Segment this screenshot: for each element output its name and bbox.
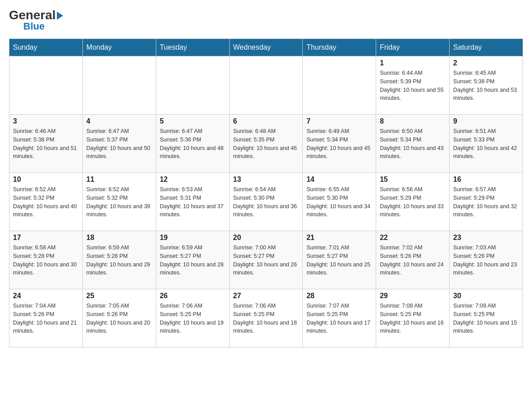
day-info: Sunrise: 7:06 AMSunset: 5:25 PMDaylight:…	[160, 302, 226, 335]
day-number: 14	[306, 176, 372, 184]
calendar-week-5: 24Sunrise: 7:04 AMSunset: 5:26 PMDayligh…	[9, 289, 523, 347]
day-info: Sunrise: 6:52 AMSunset: 5:32 PMDaylight:…	[86, 185, 152, 219]
day-number: 3	[13, 117, 79, 125]
day-number: 10	[13, 176, 79, 184]
day-number: 9	[453, 117, 519, 125]
calendar-cell: 24Sunrise: 7:04 AMSunset: 5:26 PMDayligh…	[9, 289, 83, 347]
day-info: Sunrise: 6:50 AMSunset: 5:34 PMDaylight:…	[380, 127, 446, 161]
day-info: Sunrise: 6:48 AMSunset: 5:35 PMDaylight:…	[233, 127, 299, 161]
calendar-week-4: 17Sunrise: 6:58 AMSunset: 5:28 PMDayligh…	[9, 231, 523, 289]
day-info: Sunrise: 7:01 AMSunset: 5:27 PMDaylight:…	[306, 244, 372, 277]
day-info: Sunrise: 6:52 AMSunset: 5:32 PMDaylight:…	[13, 185, 79, 219]
day-number: 24	[13, 292, 79, 300]
calendar-cell: 9Sunrise: 6:51 AMSunset: 5:33 PMDaylight…	[450, 115, 523, 173]
calendar-cell: 30Sunrise: 7:09 AMSunset: 5:25 PMDayligh…	[450, 289, 523, 347]
day-number: 20	[233, 234, 299, 242]
calendar-cell: 29Sunrise: 7:08 AMSunset: 5:25 PMDayligh…	[376, 289, 450, 347]
day-number: 7	[306, 117, 372, 125]
calendar-cell: 3Sunrise: 6:46 AMSunset: 5:38 PMDaylight…	[9, 115, 83, 173]
calendar-cell: 25Sunrise: 7:05 AMSunset: 5:26 PMDayligh…	[82, 289, 156, 347]
calendar-cell: 7Sunrise: 6:49 AMSunset: 5:34 PMDaylight…	[303, 115, 376, 173]
day-info: Sunrise: 7:00 AMSunset: 5:27 PMDaylight:…	[233, 244, 299, 277]
day-number: 17	[13, 234, 79, 242]
day-number: 29	[380, 292, 446, 300]
day-info: Sunrise: 7:09 AMSunset: 5:25 PMDaylight:…	[453, 302, 519, 335]
day-number: 6	[233, 117, 299, 125]
day-info: Sunrise: 6:47 AMSunset: 5:37 PMDaylight:…	[86, 127, 152, 161]
page-header: General Blue	[9, 9, 523, 31]
calendar-week-2: 3Sunrise: 6:46 AMSunset: 5:38 PMDaylight…	[9, 115, 523, 173]
day-info: Sunrise: 6:47 AMSunset: 5:36 PMDaylight:…	[160, 127, 226, 161]
calendar-cell: 19Sunrise: 6:59 AMSunset: 5:27 PMDayligh…	[156, 231, 229, 289]
day-info: Sunrise: 6:57 AMSunset: 5:29 PMDaylight:…	[453, 185, 519, 219]
calendar-cell: 4Sunrise: 6:47 AMSunset: 5:37 PMDaylight…	[82, 115, 156, 173]
day-info: Sunrise: 7:04 AMSunset: 5:26 PMDaylight:…	[13, 302, 79, 335]
day-info: Sunrise: 6:56 AMSunset: 5:29 PMDaylight:…	[380, 185, 446, 219]
calendar-table: SundayMondayTuesdayWednesdayThursdayFrid…	[9, 39, 523, 347]
calendar-header-row: SundayMondayTuesdayWednesdayThursdayFrid…	[9, 39, 523, 56]
calendar-week-3: 10Sunrise: 6:52 AMSunset: 5:32 PMDayligh…	[9, 173, 523, 231]
day-info: Sunrise: 7:07 AMSunset: 5:25 PMDaylight:…	[306, 302, 372, 335]
weekday-header-wednesday: Wednesday	[229, 39, 303, 56]
logo-blue-text: Blue	[23, 21, 45, 31]
day-info: Sunrise: 7:02 AMSunset: 5:26 PMDaylight:…	[380, 244, 446, 277]
calendar-cell: 17Sunrise: 6:58 AMSunset: 5:28 PMDayligh…	[9, 231, 83, 289]
day-info: Sunrise: 6:51 AMSunset: 5:33 PMDaylight:…	[453, 127, 519, 161]
day-number: 19	[160, 234, 226, 242]
day-number: 2	[453, 59, 519, 67]
calendar-cell: 2Sunrise: 6:45 AMSunset: 5:38 PMDaylight…	[450, 56, 523, 115]
day-info: Sunrise: 6:45 AMSunset: 5:38 PMDaylight:…	[453, 69, 519, 103]
day-number: 28	[306, 292, 372, 300]
day-info: Sunrise: 6:55 AMSunset: 5:30 PMDaylight:…	[306, 185, 372, 219]
day-number: 21	[306, 234, 372, 242]
calendar-cell: 13Sunrise: 6:54 AMSunset: 5:30 PMDayligh…	[229, 173, 303, 231]
calendar-week-1: 1Sunrise: 6:44 AMSunset: 5:39 PMDaylight…	[9, 56, 523, 115]
day-number: 4	[86, 117, 152, 125]
logo-general-text: General	[9, 9, 63, 21]
calendar-cell: 15Sunrise: 6:56 AMSunset: 5:29 PMDayligh…	[376, 173, 450, 231]
logo: General Blue	[9, 9, 63, 31]
day-number: 11	[86, 176, 152, 184]
calendar-cell: 18Sunrise: 6:59 AMSunset: 5:28 PMDayligh…	[82, 231, 156, 289]
day-info: Sunrise: 6:46 AMSunset: 5:38 PMDaylight:…	[13, 127, 79, 161]
day-info: Sunrise: 7:06 AMSunset: 5:25 PMDaylight:…	[233, 302, 299, 335]
calendar-cell: 1Sunrise: 6:44 AMSunset: 5:39 PMDaylight…	[376, 56, 450, 115]
weekday-header-monday: Monday	[82, 39, 156, 56]
day-number: 22	[380, 234, 446, 242]
day-info: Sunrise: 6:58 AMSunset: 5:28 PMDaylight:…	[13, 244, 79, 277]
day-number: 1	[380, 59, 446, 67]
calendar-cell: 20Sunrise: 7:00 AMSunset: 5:27 PMDayligh…	[229, 231, 303, 289]
calendar-cell: 21Sunrise: 7:01 AMSunset: 5:27 PMDayligh…	[303, 231, 376, 289]
day-info: Sunrise: 6:44 AMSunset: 5:39 PMDaylight:…	[380, 69, 446, 103]
weekday-header-friday: Friday	[376, 39, 450, 56]
calendar-cell	[156, 56, 229, 115]
calendar-cell	[82, 56, 156, 115]
day-number: 12	[160, 176, 226, 184]
day-info: Sunrise: 7:08 AMSunset: 5:25 PMDaylight:…	[380, 302, 446, 335]
calendar-cell: 22Sunrise: 7:02 AMSunset: 5:26 PMDayligh…	[376, 231, 450, 289]
logo-arrow-icon	[57, 12, 63, 20]
day-number: 5	[160, 117, 226, 125]
day-info: Sunrise: 6:49 AMSunset: 5:34 PMDaylight:…	[306, 127, 372, 161]
calendar-cell: 12Sunrise: 6:53 AMSunset: 5:31 PMDayligh…	[156, 173, 229, 231]
day-number: 27	[233, 292, 299, 300]
day-info: Sunrise: 6:59 AMSunset: 5:28 PMDaylight:…	[86, 244, 152, 277]
weekday-header-sunday: Sunday	[9, 39, 83, 56]
calendar-cell: 8Sunrise: 6:50 AMSunset: 5:34 PMDaylight…	[376, 115, 450, 173]
calendar-cell: 26Sunrise: 7:06 AMSunset: 5:25 PMDayligh…	[156, 289, 229, 347]
day-info: Sunrise: 7:05 AMSunset: 5:26 PMDaylight:…	[86, 302, 152, 335]
day-number: 30	[453, 292, 519, 300]
day-info: Sunrise: 6:53 AMSunset: 5:31 PMDaylight:…	[160, 185, 226, 219]
calendar-cell	[9, 56, 83, 115]
calendar-cell: 28Sunrise: 7:07 AMSunset: 5:25 PMDayligh…	[303, 289, 376, 347]
day-number: 18	[86, 234, 152, 242]
day-number: 15	[380, 176, 446, 184]
calendar-cell: 11Sunrise: 6:52 AMSunset: 5:32 PMDayligh…	[82, 173, 156, 231]
day-info: Sunrise: 6:59 AMSunset: 5:27 PMDaylight:…	[160, 244, 226, 277]
calendar-cell: 6Sunrise: 6:48 AMSunset: 5:35 PMDaylight…	[229, 115, 303, 173]
calendar-cell: 14Sunrise: 6:55 AMSunset: 5:30 PMDayligh…	[303, 173, 376, 231]
calendar-cell	[303, 56, 376, 115]
day-number: 8	[380, 117, 446, 125]
weekday-header-saturday: Saturday	[450, 39, 523, 56]
day-info: Sunrise: 7:03 AMSunset: 5:26 PMDaylight:…	[453, 244, 519, 277]
